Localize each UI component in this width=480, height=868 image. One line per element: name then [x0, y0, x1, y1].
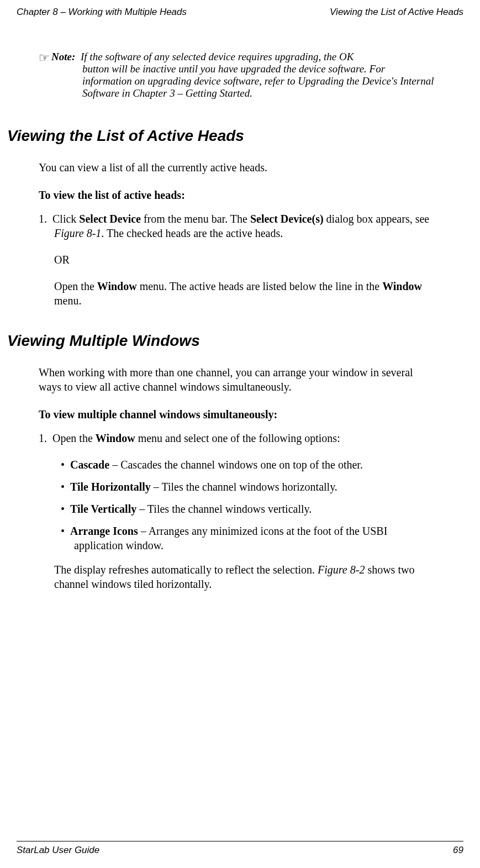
page-header: Chapter 8 – Working with Multiple Heads …: [0, 0, 480, 18]
text: The display refreshes automatically to r…: [54, 564, 318, 576]
note-text-first: If the software of any selected device r…: [81, 51, 354, 62]
text: Click: [52, 213, 79, 225]
note-text-rest: button will be inactive until you have u…: [82, 63, 436, 99]
text: menu. The active heads are listed below …: [137, 280, 382, 292]
footer-left: StarLab User Guide: [17, 845, 99, 856]
section1-intro: You can view a list of all the currently…: [39, 160, 436, 175]
bullet-cascade: • Cascade – Cascades the channel windows…: [61, 457, 436, 472]
section1-lead: To view the list of active heads:: [39, 189, 436, 202]
footer-divider: [17, 841, 463, 841]
bullet-name: Tile Vertically: [70, 503, 136, 515]
section2-intro: When working with more than one channel,…: [39, 365, 436, 394]
bold-text: Select Device: [79, 213, 141, 225]
bullet-tile-horizontal: • Tile Horizontally – Tiles the channel …: [61, 480, 436, 494]
page-footer: StarLab User Guide 69: [0, 841, 480, 856]
italic-text: Figure 8-1: [54, 227, 101, 239]
footer-row: StarLab User Guide 69: [17, 845, 463, 856]
bullet-name: Tile Horizontally: [70, 481, 151, 493]
text: from the menu bar. The: [141, 213, 250, 225]
note-label: Note:: [51, 51, 75, 62]
bold-text: Window: [96, 432, 135, 444]
section1-or: OR: [54, 252, 436, 267]
section-heading-active-heads: Viewing the List of Active Heads: [7, 127, 436, 145]
section1-alt: Open the Window menu. The active heads a…: [54, 279, 436, 308]
section1-step1: 1. Click Select Device from the menu bar…: [39, 212, 436, 240]
note-block: ☞ Note: If the software of any selected …: [39, 51, 436, 99]
text: dialog box appears, see: [324, 213, 430, 225]
footer-page-number: 69: [453, 845, 463, 856]
bullet-arrange-icons: • Arrange Icons – Arranges any minimized…: [61, 524, 436, 553]
italic-text: Figure 8-2: [318, 564, 365, 576]
bullet-name: Arrange Icons: [70, 525, 138, 537]
bullet-tile-vertical: • Tile Vertically – Tiles the channel wi…: [61, 502, 436, 516]
page-content: ☞ Note: If the software of any selected …: [0, 18, 480, 591]
step-number: 1.: [39, 432, 47, 444]
note-body: Note: If the software of any selected de…: [51, 51, 436, 99]
section2-step1: 1. Open the Window menu and select one o…: [39, 431, 436, 445]
header-right: Viewing the List of Active Heads: [330, 7, 463, 18]
bold-text: Select Device(s): [250, 213, 324, 225]
pointing-hand-icon: ☞: [39, 51, 50, 99]
header-left: Chapter 8 – Working with Multiple Heads: [17, 7, 187, 18]
text: Open the: [54, 280, 97, 292]
text: menu and select one of the following opt…: [135, 432, 340, 444]
bold-text: Window: [382, 280, 422, 292]
bullet-desc: – Tiles the channel windows horizontally…: [151, 481, 337, 493]
bullet-desc: – Tiles the channel windows vertically.: [136, 503, 312, 515]
text: menu.: [54, 294, 81, 307]
bold-text: Window: [97, 280, 137, 292]
section2-lead: To view multiple channel windows simulta…: [39, 408, 436, 421]
step-number: 1.: [39, 213, 47, 225]
section2-closing: The display refreshes automatically to r…: [54, 562, 436, 591]
bullet-desc: – Cascades the channel windows one on to…: [109, 459, 363, 471]
bullet-name: Cascade: [70, 459, 109, 471]
text: . The checked heads are the active heads…: [101, 227, 283, 239]
text: Open the: [52, 432, 96, 444]
section-heading-multiple-windows: Viewing Multiple Windows: [7, 332, 436, 350]
